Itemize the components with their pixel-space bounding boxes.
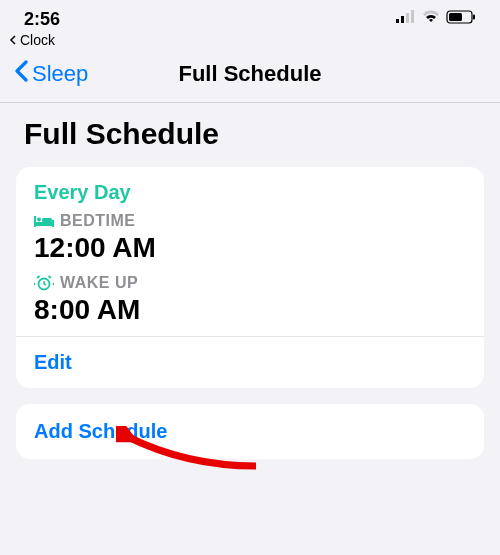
edit-button[interactable]: Edit [34, 337, 466, 374]
add-schedule-card[interactable]: Add Schedule [16, 404, 484, 459]
svg-rect-3 [411, 10, 414, 23]
nav-bar: Sleep Full Schedule [0, 54, 500, 103]
breadcrumb-row[interactable]: Clock [0, 30, 500, 54]
status-time: 2:56 [24, 9, 60, 30]
schedule-frequency: Every Day [34, 181, 466, 204]
svg-rect-11 [42, 218, 52, 222]
content-area: Full Schedule Every Day BEDTIME 12:00 AM… [0, 103, 500, 473]
bedtime-label: BEDTIME [60, 212, 136, 230]
breadcrumb-label: Clock [20, 32, 55, 48]
nav-title: Full Schedule [178, 61, 321, 87]
caret-left-icon [8, 32, 18, 48]
bed-icon [34, 214, 54, 228]
svg-rect-8 [34, 216, 36, 227]
add-schedule-button[interactable]: Add Schedule [34, 420, 167, 442]
svg-rect-0 [396, 19, 399, 23]
alarm-icon [34, 275, 54, 291]
schedule-card: Every Day BEDTIME 12:00 AM WAKE UP 8:00 … [16, 167, 484, 388]
bedtime-row-label: BEDTIME [34, 212, 466, 230]
status-icons [396, 10, 476, 28]
battery-icon [446, 10, 476, 28]
wakeup-label: WAKE UP [60, 274, 138, 292]
nav-back-label: Sleep [32, 61, 88, 87]
svg-rect-5 [449, 13, 462, 21]
wakeup-value: 8:00 AM [34, 294, 466, 326]
breadcrumb-back[interactable]: Clock [8, 32, 55, 48]
nav-back-button[interactable]: Sleep [14, 60, 88, 88]
wifi-icon [422, 10, 440, 28]
svg-rect-9 [52, 220, 54, 227]
cellular-icon [396, 10, 416, 28]
svg-rect-7 [34, 222, 54, 226]
svg-rect-1 [401, 16, 404, 23]
bedtime-value: 12:00 AM [34, 232, 466, 264]
svg-rect-2 [406, 13, 409, 23]
svg-rect-6 [473, 15, 475, 20]
page-title: Full Schedule [16, 117, 484, 151]
wakeup-row-label: WAKE UP [34, 274, 466, 292]
status-bar: 2:56 [0, 0, 500, 30]
svg-point-10 [37, 218, 41, 222]
chevron-left-icon [14, 60, 30, 88]
